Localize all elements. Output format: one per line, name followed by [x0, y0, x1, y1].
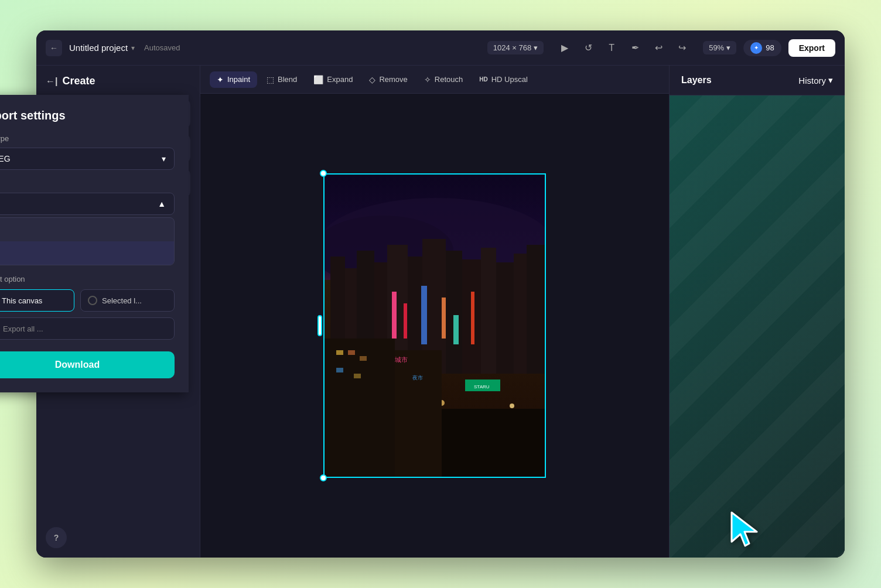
size-chevron-up-icon: ▲ — [158, 199, 166, 208]
selected-layers-option[interactable]: Selected l... — [80, 289, 175, 312]
svg-rect-18 — [404, 303, 407, 339]
panel-lines-bg — [670, 95, 845, 558]
canvas-viewport[interactable]: STARU 城市 夜市 — [200, 94, 669, 558]
pen-tool-button[interactable]: ✒ — [626, 39, 644, 57]
svg-rect-16 — [527, 245, 546, 374]
svg-text:城市: 城市 — [394, 356, 408, 363]
blend-tool-button[interactable]: ⬚ Blend — [259, 71, 304, 88]
file-type-chevron-icon: ▾ — [162, 154, 166, 163]
expand-tool-button[interactable]: ⬜ Expand — [306, 71, 360, 88]
credits-icon: ✦ — [750, 42, 762, 54]
header-tools: ▶ ↺ T ✒ ↩ ↪ — [555, 39, 691, 57]
create-label: Create — [62, 75, 95, 87]
svg-rect-32 — [336, 368, 343, 372]
file-type-label: File type — [0, 134, 175, 143]
expand-icon: ⬜ — [313, 75, 323, 84]
file-type-selector[interactable]: JPEG ▾ — [0, 148, 175, 170]
zoom-chevron-icon: ▾ — [726, 43, 730, 52]
canvas-area: ✦ Inpaint ⬚ Blend ⬜ Expand ◇ Remove ✧ — [200, 66, 669, 558]
retouch-label: Retouch — [435, 75, 463, 84]
size-options-list: 1x 2x — [0, 217, 175, 265]
export-button[interactable]: Export — [788, 39, 835, 57]
resize-handle-bottom-left[interactable] — [320, 474, 327, 481]
right-panel: Layers History ▾ — [669, 66, 845, 558]
expand-label: Expand — [327, 75, 353, 84]
svg-rect-15 — [514, 254, 527, 374]
project-name-button[interactable]: Untitled project ▾ — [69, 43, 135, 53]
credits-value: 98 — [766, 43, 774, 52]
autosaved-status: Autosaved — [144, 43, 180, 52]
create-header: ←| Create — [46, 75, 190, 87]
svg-rect-17 — [392, 292, 397, 339]
svg-point-26 — [510, 404, 514, 408]
svg-rect-22 — [471, 292, 474, 344]
blend-icon: ⬚ — [267, 75, 274, 84]
help-button[interactable]: ? — [46, 527, 67, 548]
file-type-value: JPEG — [0, 154, 11, 163]
svg-text:夜市: 夜市 — [412, 375, 423, 381]
export-option-label: Export option — [0, 275, 175, 283]
size-label: Size — [0, 179, 175, 188]
project-name-label: Untitled project — [69, 43, 128, 53]
upscal-tool-button[interactable]: HD HD Upscal — [472, 71, 535, 87]
zoom-selector[interactable]: 59% ▾ — [703, 41, 736, 54]
back-button[interactable]: ← — [46, 40, 62, 56]
text-tool-button[interactable]: T — [602, 39, 621, 57]
svg-text:STARU: STARU — [474, 384, 490, 389]
resize-handle-top-left[interactable] — [320, 170, 327, 177]
history-label: History — [798, 76, 826, 86]
export-settings-panel: Export settings File type JPEG ▾ Size 2x… — [0, 95, 189, 392]
svg-rect-31 — [360, 356, 367, 361]
credits-display: ✦ 98 — [743, 40, 781, 56]
export-settings-title: Export settings — [0, 109, 175, 122]
this-canvas-option[interactable]: This canvas — [0, 289, 74, 312]
redo-button[interactable]: ↪ — [672, 39, 691, 57]
svg-rect-11 — [446, 251, 462, 374]
undo-button[interactable]: ↩ — [649, 39, 668, 57]
size-option-2x[interactable]: 2x — [0, 241, 174, 265]
project-chevron-icon: ▾ — [131, 44, 135, 52]
right-panel-header: Layers History ▾ — [670, 66, 845, 95]
svg-rect-29 — [336, 350, 343, 355]
retouch-tool-button[interactable]: ✧ Retouch — [417, 71, 470, 88]
layers-tab[interactable]: Layers — [681, 75, 712, 86]
canvas-image: STARU 城市 夜市 — [323, 173, 546, 478]
create-back-icon: ←| — [46, 76, 57, 87]
inpaint-tool-button[interactable]: ✦ Inpaint — [210, 71, 257, 88]
selected-layers-radio — [88, 296, 97, 305]
download-button[interactable]: Download — [0, 351, 175, 378]
selected-layers-label: Selected l... — [102, 296, 142, 305]
remove-icon: ◇ — [369, 75, 375, 84]
history-tab[interactable]: History ▾ — [798, 75, 833, 86]
dimensions-value: 1024 × 768 — [493, 43, 531, 52]
blend-label: Blend — [278, 75, 297, 84]
size-option-1x[interactable]: 1x — [0, 218, 174, 241]
zoom-value: 59% — [709, 43, 724, 52]
size-dropdown: 2x ▲ 1x 2x — [0, 193, 175, 265]
export-options-row: This canvas Selected l... — [0, 289, 175, 312]
retouch-icon: ✧ — [424, 75, 431, 84]
dimensions-chevron-icon: ▾ — [534, 43, 538, 52]
svg-rect-30 — [348, 350, 355, 355]
export-all-label: Export all ... — [3, 324, 43, 333]
select-tool-button[interactable]: ▶ — [555, 39, 574, 57]
resize-handle-middle-left[interactable] — [317, 315, 322, 336]
inpaint-label: Inpaint — [227, 75, 250, 84]
rotate-tool-button[interactable]: ↺ — [579, 39, 597, 57]
history-chevron-icon: ▾ — [828, 75, 833, 86]
inpaint-icon: ✦ — [217, 75, 224, 84]
this-canvas-label: This canvas — [2, 296, 42, 305]
upscal-icon: HD — [479, 76, 487, 83]
dimensions-selector[interactable]: 1024 × 768 ▾ — [487, 41, 544, 54]
svg-rect-19 — [421, 286, 427, 344]
remove-label: Remove — [379, 75, 407, 84]
export-all-button[interactable]: Export all ... — [0, 317, 175, 340]
upscal-label: HD Upscal — [491, 75, 528, 84]
sidebar-bottom: ? — [46, 527, 190, 548]
size-selector[interactable]: 2x ▲ — [0, 193, 175, 215]
svg-rect-21 — [453, 315, 459, 344]
remove-tool-button[interactable]: ◇ Remove — [362, 71, 414, 88]
svg-rect-14 — [496, 262, 514, 374]
canvas-image-container: STARU 城市 夜市 — [323, 173, 546, 478]
right-panel-body — [670, 95, 845, 558]
